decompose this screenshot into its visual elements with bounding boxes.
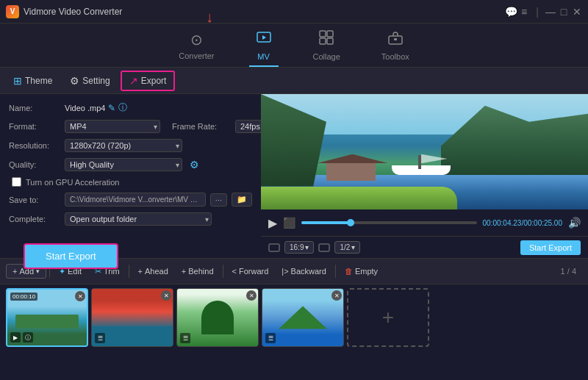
film-icon-2[interactable]: ☰ [95,333,105,343]
main-content: Name: Video .mp4 ✎ ⓘ Format: MP4 Frame R… [0,94,588,258]
export-btn[interactable]: ↗ Export [121,71,176,91]
stop-button[interactable]: ⬛ [283,217,295,229]
tab-toolbox[interactable]: Toolbox [361,24,430,67]
film-close-4[interactable]: ✕ [331,290,342,301]
film-item-3[interactable]: ✕ ☰ [176,288,259,347]
ratio-icon [268,242,280,254]
filmstrip: ✕ 00:00:10 ▶ ⓘ ✕ ☰ ✕ ☰ ✕ ☰ [0,284,588,351]
film-icons-2: ☰ [95,333,105,343]
title-left: V Vidmore Video Converter [6,5,122,18]
film-close-1[interactable]: ✕ [75,291,85,301]
maximize-btn[interactable]: □ [559,7,569,17]
film-close-2[interactable]: ✕ [161,290,171,301]
tab-mv-label: MV [257,52,270,61]
tab-converter-label: Converter [179,51,214,60]
film-info-icon-1[interactable]: ⓘ [23,332,33,343]
save-dots-btn[interactable]: ··· [210,193,227,207]
minimize-btn[interactable]: — [545,7,556,17]
tab-collage-label: Collage [313,52,340,61]
empty-label: Empty [355,267,378,276]
theme-btn[interactable]: ⊞ Theme [6,72,60,90]
video-controls: ▶ ⬛ 00:00:04.23/00:00:25.00 🔊 [261,209,588,236]
complete-select[interactable]: Open output folder [65,212,212,226]
trash-icon: 🗑 [345,267,353,276]
page-number: 1 / 4 [561,267,582,276]
video-sub-controls: 16:9 ▾ 1/2 ▾ Start Export [261,236,588,258]
svg-rect-2 [327,31,333,37]
volume-button[interactable]: 🔊 [568,217,581,229]
time-display: 00:00:04.23/00:00:25.00 [483,219,562,227]
format-select-wrap: MP4 [65,120,160,133]
close-btn[interactable]: ✕ [572,7,582,17]
ratio-button[interactable]: 16:9 ▾ [284,241,314,254]
export-label: Export [141,76,167,86]
info-icon[interactable]: ⓘ [118,101,127,114]
collage-icon [318,29,334,49]
film-icons-4: ☰ [265,333,276,343]
export-icon: ↗ [129,75,138,87]
play-button[interactable]: ▶ [268,216,277,230]
tab-mv[interactable]: MV [235,24,293,67]
svg-rect-7 [269,244,279,251]
tab-collage[interactable]: Collage [293,24,361,67]
progress-fill [301,221,351,224]
film-add-button[interactable]: + [347,288,429,347]
film-time-1: 00:00:10 [10,293,37,301]
setting-label: Setting [82,76,110,86]
backward-button[interactable]: |> Backward [276,265,332,278]
svg-rect-6 [394,38,397,40]
scale-button[interactable]: 1/2 ▾ [334,241,360,254]
save-folder-btn[interactable]: 📁 [232,193,252,207]
video-bg [261,94,588,209]
name-row: Name: Video .mp4 ✎ ⓘ [9,101,252,114]
quality-select[interactable]: High Quality [65,158,182,171]
start-export-sm-button[interactable]: Start Export [520,240,581,255]
resolution-select[interactable]: 1280x720 (720p) [65,139,182,152]
resolution-row: Resolution: 1280x720 (720p) [9,139,252,152]
toolbar: ⊞ Theme ⚙ Setting ↗ Export [0,68,588,94]
menu-btn[interactable]: ≡ [519,7,529,17]
start-export-button[interactable]: Start Export [24,243,118,269]
setting-btn[interactable]: ⚙ Setting [62,72,117,90]
gpu-checkbox[interactable] [12,177,21,187]
video-preview [261,94,588,209]
complete-label: Complete: [9,215,60,223]
film-close-3[interactable]: ✕ [246,290,257,301]
scale-arrow: ▾ [351,243,355,251]
complete-row: Complete: Open output folder [9,212,252,226]
grid-icon: ⊞ [13,75,22,87]
gpu-row: Turn on GPU Acceleration [12,177,252,187]
nav-tabs: ⊙ Converter MV Collage [0,24,588,68]
film-item-4[interactable]: ✕ ☰ [262,288,344,347]
mv-icon [256,29,272,49]
film-icons-1: ▶ ⓘ [10,332,33,343]
right-panel: ▶ ⬛ 00:00:04.23/00:00:25.00 🔊 16:9 ▾ 1/2… [261,94,588,258]
framerate-label: Frame Rate: [172,122,231,131]
format-label: Format: [9,122,60,131]
resolution-label: Resolution: [9,141,60,150]
format-select[interactable]: MP4 [65,120,160,133]
film-icon-3[interactable]: ☰ [180,333,190,343]
progress-bar[interactable] [301,221,477,224]
empty-button[interactable]: 🗑 Empty [339,265,384,278]
svg-rect-1 [320,31,326,37]
edit-icon[interactable]: ✎ [108,103,115,113]
quality-select-wrap: High Quality [65,158,182,171]
save-row: Save to: C:\Vidmore\Vidmore V...onverter… [9,193,252,207]
resolution-select-wrap: 1280x720 (720p) [65,139,182,152]
separator-btn: | [532,7,542,17]
film-icon-4[interactable]: ☰ [265,333,276,343]
complete-select-wrap: Open output folder [65,212,212,226]
name-label: Name: [9,104,60,112]
app-title: Vidmore Video Converter [24,7,122,17]
film-item-2[interactable]: ✕ ☰ [91,288,173,347]
film-add-icon: + [382,306,394,329]
progress-thumb [347,219,354,226]
converter-icon: ⊙ [190,31,203,49]
chat-icon-btn[interactable]: 💬 [506,7,516,17]
tab-converter[interactable]: ⊙ Converter [158,25,234,66]
film-item-1[interactable]: ✕ 00:00:10 ▶ ⓘ [6,288,88,347]
scale-icon [318,242,330,254]
film-play-icon-1[interactable]: ▶ [10,332,21,343]
quality-gear-icon[interactable]: ⚙ [190,159,199,171]
